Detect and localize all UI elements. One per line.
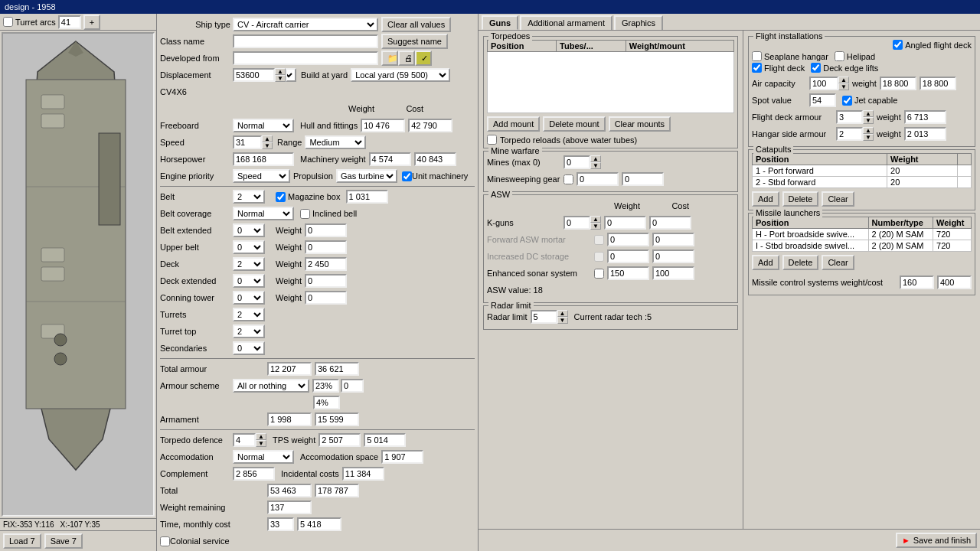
- deck-extended-select[interactable]: 0: [233, 274, 265, 288]
- missiles-clear[interactable]: Clear: [822, 255, 854, 270]
- magazine-box-check[interactable]: [276, 192, 286, 202]
- torpedo-reloads-check[interactable]: [487, 135, 497, 145]
- missiles-delete[interactable]: Delete: [782, 255, 819, 270]
- radar-down[interactable]: ▼: [557, 317, 568, 324]
- missiles-add[interactable]: Add: [752, 255, 779, 270]
- catapult-row: 1 - Port forward20: [753, 165, 972, 177]
- add-mount-button[interactable]: Add mount: [487, 116, 540, 132]
- secondaries-select[interactable]: 0: [233, 341, 265, 355]
- mines-label: Mines (max 0): [487, 158, 564, 167]
- save7-button[interactable]: Save 7: [44, 533, 83, 549]
- displacement-input[interactable]: [233, 68, 275, 82]
- minesweep-check[interactable]: [564, 174, 573, 184]
- armament-label: Armament: [160, 415, 267, 424]
- suggest-name-button[interactable]: Suggest name: [381, 34, 448, 49]
- confirm-button[interactable]: ✓: [415, 51, 432, 66]
- mines-down[interactable]: ▼: [590, 162, 601, 169]
- catapults-delete[interactable]: Delete: [782, 191, 819, 207]
- flight-deck-check[interactable]: [752, 63, 762, 73]
- deck-edge-check[interactable]: [811, 63, 821, 73]
- catapults-add[interactable]: Add: [752, 191, 779, 207]
- fda-input[interactable]: [836, 110, 863, 124]
- turrets-select[interactable]: 2: [233, 308, 265, 321]
- torpedo-defence-input[interactable]: [233, 433, 256, 447]
- hp-value: 168 168: [233, 152, 294, 166]
- speed-up[interactable]: ▲: [262, 135, 273, 142]
- tab-additional[interactable]: Additional armament: [520, 15, 612, 30]
- delete-mount-button[interactable]: Delete mount: [543, 116, 605, 132]
- k-guns-up[interactable]: ▲: [590, 216, 601, 223]
- radar-up[interactable]: ▲: [557, 310, 568, 317]
- air-capacity-input[interactable]: [809, 77, 838, 90]
- upper-belt-select[interactable]: 0: [233, 240, 265, 254]
- flight-content: Flight installations Angled flight deck …: [743, 31, 980, 529]
- angled-deck-check[interactable]: [893, 40, 903, 50]
- catapults-clear[interactable]: Clear: [822, 191, 854, 207]
- armour-pct2-row: 4%: [160, 395, 475, 410]
- fda-up[interactable]: ▲: [863, 110, 874, 117]
- seaplane-check[interactable]: [752, 51, 762, 61]
- k-guns-input[interactable]: [564, 216, 590, 230]
- clear-mounts-button[interactable]: Clear mounts: [609, 116, 671, 132]
- k-guns-down[interactable]: ▼: [590, 223, 601, 230]
- belt-extended-select[interactable]: 0: [233, 223, 265, 237]
- engine-priority-label: Engine priority: [160, 171, 233, 181]
- print-button[interactable]: 🖨: [398, 51, 415, 66]
- td-up[interactable]: ▲: [256, 433, 266, 440]
- save-finish-button[interactable]: ► Save and finish: [896, 533, 977, 548]
- armour-scheme-select[interactable]: All or nothing: [233, 379, 309, 393]
- tab-guns[interactable]: Guns: [482, 15, 518, 30]
- speed-input[interactable]: [233, 135, 262, 149]
- developed-from-input[interactable]: [233, 51, 378, 65]
- angled-deck-label: Angled flight deck: [905, 41, 972, 50]
- jet-capable-check[interactable]: [842, 96, 852, 106]
- radar-input[interactable]: [531, 310, 557, 324]
- load7-button[interactable]: Load 7: [3, 533, 41, 549]
- turret-arcs-input[interactable]: 41: [58, 15, 81, 29]
- tab-graphics[interactable]: Graphics: [614, 15, 663, 30]
- radar-title: Radar limit: [488, 301, 534, 310]
- fda-down[interactable]: ▼: [863, 117, 874, 124]
- propulsion-select[interactable]: Gas turbine: [336, 169, 397, 183]
- ac-up[interactable]: ▲: [838, 77, 849, 83]
- build-at-select[interactable]: Local yard (59 500): [351, 68, 450, 82]
- ship-type-select[interactable]: CV - Aircraft carrier: [233, 18, 378, 31]
- mines-input[interactable]: [564, 155, 590, 169]
- displacement-spinner[interactable]: ▲ ▼: [233, 68, 286, 82]
- class-name-input[interactable]: Omsk: [233, 34, 378, 48]
- turret-arcs-checkbox[interactable]: [3, 17, 13, 27]
- current-radar-label: Current radar tech :5: [574, 312, 652, 321]
- range-select[interactable]: Medium: [305, 135, 366, 149]
- sonar-check[interactable]: [594, 269, 604, 279]
- disp-up[interactable]: ▲: [275, 68, 286, 75]
- hangar-armour-input[interactable]: [836, 127, 863, 141]
- unit-machinery-check[interactable]: [402, 171, 412, 181]
- engine-priority-select[interactable]: Speed: [233, 169, 290, 183]
- belt-coverage-select[interactable]: Normal: [233, 207, 294, 220]
- speed-down[interactable]: ▼: [262, 142, 273, 149]
- deck-select[interactable]: 2: [233, 257, 265, 271]
- helipad-check[interactable]: [835, 51, 844, 61]
- belt-select[interactable]: 2: [233, 190, 265, 204]
- mortar-label: Forward ASW mortar: [487, 235, 594, 244]
- turret-top-select[interactable]: 2: [233, 324, 265, 338]
- colonial-check[interactable]: [160, 536, 170, 546]
- ac-down[interactable]: ▼: [838, 83, 849, 90]
- clear-values-button[interactable]: Clear all values: [381, 17, 451, 32]
- dc-check[interactable]: [594, 252, 604, 262]
- td-down[interactable]: ▼: [256, 440, 266, 447]
- open-button[interactable]: 📁: [381, 51, 398, 66]
- accommodation-select[interactable]: Normal: [233, 450, 294, 464]
- mines-up[interactable]: ▲: [590, 155, 601, 162]
- turret-arcs-plus[interactable]: +: [83, 15, 100, 30]
- conning-tower-select[interactable]: 0: [233, 291, 265, 305]
- inclined-belt-check[interactable]: [300, 209, 310, 219]
- mine-group: Mine warfare Mines (max 0) ▲ ▼ Minesweep: [483, 151, 738, 192]
- disp-down[interactable]: ▼: [275, 75, 286, 82]
- speed-spinner[interactable]: ▲ ▼: [233, 135, 273, 149]
- disp-unit[interactable]: □: [286, 68, 296, 82]
- mortar-check[interactable]: [594, 235, 604, 245]
- freeboard-select[interactable]: Normal: [233, 119, 294, 132]
- ha-down[interactable]: ▼: [863, 134, 874, 141]
- ha-up[interactable]: ▲: [863, 127, 874, 134]
